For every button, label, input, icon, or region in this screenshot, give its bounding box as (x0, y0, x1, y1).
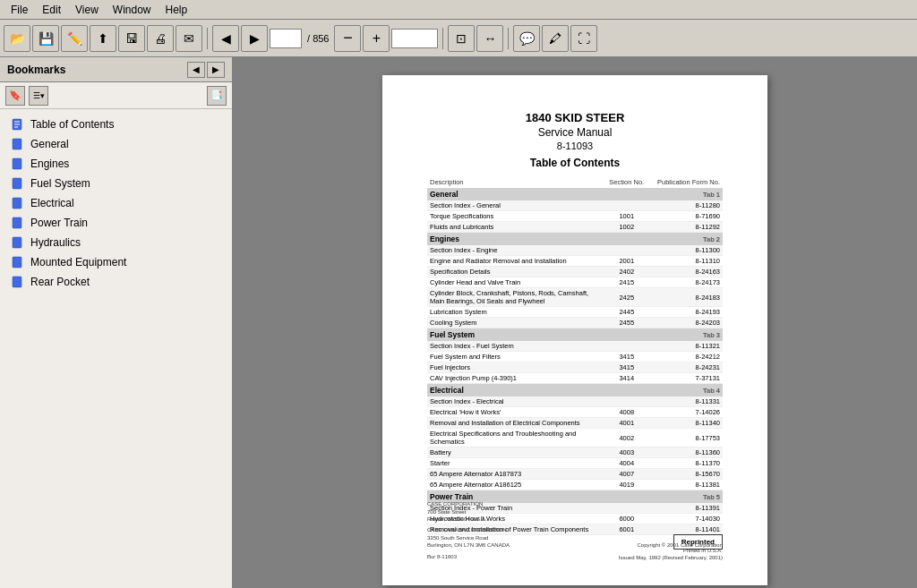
svg-rect-8 (13, 217, 21, 228)
row-pub: 8-71690 (649, 211, 724, 222)
svg-rect-10 (13, 257, 21, 268)
row-pub: 8-24212 (649, 352, 724, 362)
page-total: / 856 (304, 33, 332, 44)
menu-help[interactable]: Help (159, 2, 195, 18)
pdf-page: 1840 SKID STEER Service Manual 8-11093 T… (382, 75, 767, 585)
prev-page-button[interactable]: ◀ (212, 25, 239, 52)
row-section (604, 200, 649, 211)
sidebar-item-hydraulics[interactable]: Hydraulics (0, 233, 232, 252)
sidebar-item-electrical[interactable]: Electrical (0, 193, 232, 213)
fit-page-button[interactable]: ⊡ (448, 25, 475, 52)
sidebar-item-general[interactable]: General (0, 134, 232, 154)
row-section: 2001 (604, 256, 649, 267)
menu-edit[interactable]: Edit (35, 2, 68, 18)
sidebar-item-fuel[interactable]: Fuel System (0, 174, 232, 193)
footer-company: CASE CORPORATION 700 State Street Racine… (427, 500, 510, 560)
row-desc: Engine and Radiator Removal and Installa… (427, 256, 604, 267)
pdf-viewer[interactable]: 1840 SKID STEER Service Manual 8-11093 T… (233, 57, 917, 588)
zoom-input[interactable]: 52.8% (391, 29, 438, 48)
row-desc: Fluids and Lubricants (427, 222, 604, 233)
row-desc: Torque Specifications (427, 211, 604, 222)
open-button[interactable]: 📂 (4, 25, 30, 52)
table-row: Starter 4004 8-11370 (427, 458, 723, 469)
fit-width-button[interactable]: ↔ (476, 25, 503, 52)
svg-rect-11 (13, 277, 21, 287)
row-pub: 8-11401 (649, 524, 724, 535)
zoom-out-button[interactable]: − (334, 25, 361, 52)
table-row: Electrical Specifications and Troublesho… (427, 429, 723, 447)
section-header-row: Engines Tab 2 (427, 233, 723, 246)
bookmark-icon-btn[interactable]: 🔖 (5, 86, 25, 106)
row-section (604, 245, 649, 256)
expand-button[interactable]: ▶ (207, 62, 225, 78)
zoom-in-button[interactable]: + (363, 25, 390, 52)
row-pub: 8-11280 (649, 200, 724, 211)
table-row: Cylinder Head and Valve Train 2415 8-241… (427, 277, 723, 288)
row-section: 3415 (604, 362, 649, 373)
menu-view[interactable]: View (68, 2, 106, 18)
edit-button[interactable]: ✏️ (61, 25, 88, 52)
sidebar-item-toc-label: Table of Contents (30, 118, 114, 131)
row-pub: 7-14026 (649, 407, 724, 418)
highlight-button[interactable]: 🖍 (542, 25, 569, 52)
row-desc: CAV Injection Pump (4-390)1 (427, 373, 604, 384)
row-desc: Lubrication System (427, 307, 604, 318)
row-section: 4019 (604, 480, 649, 490)
section-name: Fuel System (427, 328, 604, 342)
sidebar-item-engines[interactable]: Engines (0, 154, 232, 174)
table-row: Section Index - Electrical 8-11331 (427, 396, 723, 407)
sidebar-item-mounted[interactable]: Mounted Equipment (0, 252, 232, 272)
separator-2 (442, 28, 443, 49)
menu-file[interactable]: File (4, 2, 35, 18)
table-row: 65 Ampere Alternator A187873 4007 8-1567… (427, 469, 723, 480)
sidebar-item-toc[interactable]: Table of Contents (0, 115, 232, 134)
fullscreen-button[interactable]: ⛶ (570, 25, 597, 52)
upload-button[interactable]: ⬆ (90, 25, 116, 52)
bookmark-icon-powertrain (11, 217, 23, 229)
sidebar-item-general-label: General (30, 138, 69, 150)
floppy-button[interactable]: 🖫 (118, 25, 145, 52)
next-page-button[interactable]: ▶ (241, 25, 268, 52)
table-row: CAV Injection Pump (4-390)1 3414 7-37131 (427, 373, 723, 384)
sidebar-item-engines-label: Engines (30, 158, 69, 170)
menu-window[interactable]: Window (106, 2, 159, 18)
sidebar-controls: ◀ ▶ (187, 62, 225, 78)
svg-rect-7 (13, 198, 21, 209)
section-name: Engines (427, 233, 604, 246)
bookmark-icon-hydraulics (11, 236, 23, 249)
row-desc: Starter (427, 458, 604, 469)
row-pub: 8-24193 (649, 307, 724, 318)
collapse-button[interactable]: ◀ (187, 62, 205, 78)
print-button[interactable]: 🖨 (147, 25, 174, 52)
sidebar-item-mounted-label: Mounted Equipment (30, 256, 126, 268)
email-button[interactable]: ✉ (176, 25, 202, 52)
save-button[interactable]: 💾 (32, 25, 59, 52)
table-row: Section Index - Fuel System 8-11321 (427, 341, 723, 352)
comment-button[interactable]: 💬 (513, 25, 540, 52)
page-input[interactable]: 1 (270, 29, 302, 48)
new-bookmark-btn[interactable]: 📑 (207, 86, 227, 106)
row-desc: Section Index - Electrical (427, 396, 604, 407)
sidebar-item-powertrain[interactable]: Power Train (0, 213, 232, 233)
list-view-btn[interactable]: ☰▾ (29, 86, 48, 106)
row-desc: Electrical Specifications and Troublesho… (427, 429, 604, 447)
row-section: 6001 (604, 524, 649, 535)
table-row: Section Index - General 8-11280 (427, 200, 723, 211)
row-section: 1001 (604, 211, 649, 222)
row-section: 4008 (604, 407, 649, 418)
table-row: Specification Details 2402 8-24163 (427, 267, 723, 277)
svg-rect-9 (13, 237, 21, 248)
row-desc: Battery (427, 447, 604, 458)
section-header-row: General Tab 1 (427, 188, 723, 200)
row-desc: Removal and Installation of Electrical C… (427, 418, 604, 429)
table-row: Torque Specifications 1001 8-71690 (427, 211, 723, 222)
svg-rect-4 (13, 139, 21, 149)
row-pub: 8-15670 (649, 469, 724, 480)
bookmark-icon-engines (11, 158, 23, 170)
row-desc: Cylinder Block, Crankshaft, Pistons, Rod… (427, 288, 604, 307)
row-section: 4001 (604, 418, 649, 429)
row-desc: Cooling System (427, 318, 604, 328)
sidebar-item-rear[interactable]: Rear Pocket (0, 272, 232, 292)
row-section: 2425 (604, 288, 649, 307)
svg-rect-5 (13, 158, 21, 169)
